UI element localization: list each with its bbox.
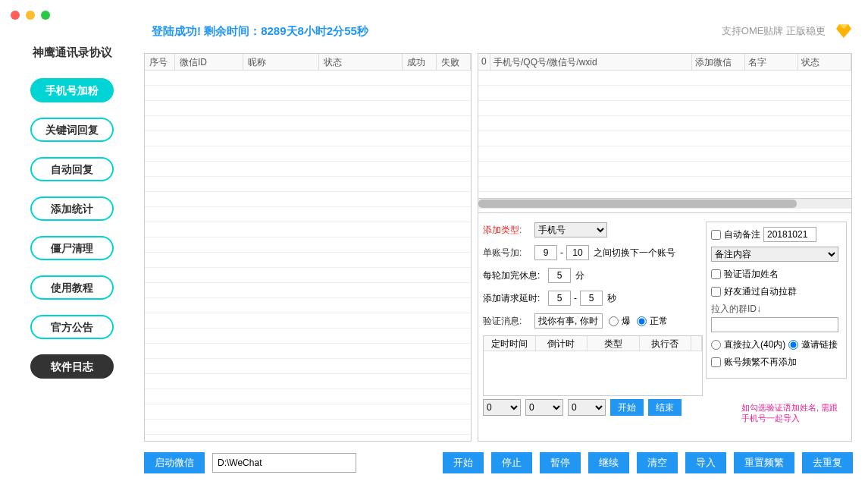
stop-button[interactable]: 停止 [491,452,532,473]
top-right: 支持OME贴牌 正版稳更 [722,22,853,40]
th-blank [691,336,702,351]
nav-auto-reply[interactable]: 自动回复 [30,157,114,181]
app-title: 神鹰通讯录协议 [15,46,129,60]
timer-sec[interactable]: 0 [568,399,606,416]
col-wxid[interactable]: 微信ID [175,54,243,70]
add-type-label: 添加类型: [483,224,534,237]
verify-name-check[interactable] [711,269,721,279]
col-nick[interactable]: 昵称 [243,54,319,70]
config-right: 自动备注 备注内容 验证语加姓名 好友通过自动拉群 拉入的群ID↓ 直接拉入(4… [706,222,847,379]
rcol-name[interactable]: 名字 [745,54,798,70]
config-left: 添加类型: 手机号 单账号加: - 之间切换下一个账号 每轮加完休息: 分 添加… [483,222,703,335]
freq-noadd-label: 账号频繁不再添加 [724,356,797,369]
right-table: 0 手机号/QQ号/微信号/wxid 添加微信 名字 状态 [478,54,851,213]
rcol-phone[interactable]: 手机号/QQ号/微信号/wxid [490,54,692,70]
login-status: 登陆成功! 剩余时间：8289天8小时2分55秒 [152,24,368,39]
group-id-input[interactable] [711,317,838,332]
col-status[interactable]: 状态 [319,54,403,70]
pause-button[interactable]: 暂停 [540,452,581,473]
radio-bao-label: 爆 [622,315,631,328]
right-panel: 0 手机号/QQ号/微信号/wxid 添加微信 名字 状态 添加类型: 手机号 … [478,53,852,442]
timer-header: 定时时间 倒计时 类型 执行否 [484,336,702,351]
timer-end-button[interactable]: 结束 [648,399,682,416]
rcol-status[interactable]: 状态 [798,54,851,70]
single-acc-to[interactable] [566,245,589,260]
freq-noadd-check[interactable] [711,357,721,367]
th-time[interactable]: 定时时间 [484,336,536,351]
rcol-addwx[interactable]: 添加微信 [692,54,745,70]
auto-remark-check[interactable] [711,230,721,240]
nav-software-log[interactable]: 软件日志 [30,354,114,379]
timer-min[interactable]: 0 [525,399,563,416]
add-type-select[interactable]: 手机号 [534,222,607,237]
auto-remark-value[interactable] [763,227,816,242]
start-wechat-button[interactable]: 启动微信 [144,452,205,473]
col-ok[interactable]: 成功 [403,54,437,70]
col-seq[interactable]: 序号 [145,54,175,70]
auto-group-check[interactable] [711,287,721,297]
start-button[interactable]: 开始 [443,452,484,473]
sidebar: 神鹰通讯录协议 手机号加粉 关键词回复 自动回复 添加统计 僵尸清理 使用教程 … [15,46,129,394]
wechat-path-input[interactable] [212,453,356,473]
import-button[interactable]: 导入 [685,452,726,473]
single-acc-label: 单账号加: [483,247,534,259]
timer-hour[interactable]: 0 [483,399,521,416]
main-table-header: 序号 微信ID 昵称 状态 成功 失败 [145,54,471,71]
th-countdown[interactable]: 倒计时 [536,336,588,351]
rest-label: 每轮加完休息: [483,269,548,282]
minimize-icon[interactable] [26,11,35,20]
th-type[interactable]: 类型 [588,336,640,351]
rest-input[interactable] [548,268,571,283]
main-table-body[interactable] [145,71,471,441]
right-table-header: 0 手机号/QQ号/微信号/wxid 添加微信 名字 状态 [478,54,851,71]
auto-remark-label: 自动备注 [724,228,760,241]
maximize-icon[interactable] [41,11,50,20]
delay-from[interactable] [548,291,571,306]
delay-to[interactable] [580,291,603,306]
hint-text: 如勾选验证语加姓名, 需跟手机号一起导入 [741,402,844,424]
verify-label: 验证消息: [483,315,534,328]
radio-bao[interactable] [609,316,619,326]
rest-unit: 分 [575,269,584,282]
radio-normal[interactable] [637,316,647,326]
single-acc-from[interactable] [534,245,557,260]
timer-start-button[interactable]: 开始 [610,399,644,416]
nav-zombie-clean[interactable]: 僵尸清理 [30,236,114,260]
timer-table: 定时时间 倒计时 类型 执行否 [483,335,703,396]
col-fail[interactable]: 失败 [437,54,471,70]
scrollbar-thumb[interactable] [478,200,797,208]
delay-label: 添加请求延时: [483,292,548,305]
auto-group-label: 好友通过自动拉群 [724,285,797,298]
th-exec[interactable]: 执行否 [640,336,692,351]
right-table-body[interactable] [478,71,851,198]
resume-button[interactable]: 继续 [588,452,629,473]
direct-pull-radio[interactable] [711,340,721,350]
verify-input[interactable] [534,313,603,329]
remark-content-select[interactable]: 备注内容 [711,247,838,262]
invite-link-label: 邀请链接 [801,338,838,351]
horizontal-scrollbar[interactable] [478,198,851,209]
radio-normal-label: 正常 [650,315,668,328]
single-acc-suffix: 之间切换下一个账号 [594,247,675,259]
close-icon[interactable] [11,11,20,20]
clear-button[interactable]: 清空 [637,452,678,473]
nav-add-stats[interactable]: 添加统计 [30,197,114,221]
bottom-bar: 启动微信 开始 停止 暂停 继续 清空 导入 重置频繁 去重复 [144,448,853,478]
nav-tutorial[interactable]: 使用教程 [30,275,114,300]
direct-pull-label: 直接拉入(40内) [724,338,785,351]
timer-controls: 0 0 0 开始 结束 [483,399,682,416]
group-id-label: 拉入的群ID↓ [711,303,841,316]
nav-announce[interactable]: 官方公告 [30,315,114,339]
config-panel: 添加类型: 手机号 单账号加: - 之间切换下一个账号 每轮加完休息: 分 添加… [478,217,851,441]
rcol-index[interactable]: 0 [478,54,490,70]
nav-phone-add-fans[interactable]: 手机号加粉 [30,78,114,102]
diamond-icon [835,22,853,40]
top-bar: 登陆成功! 剩余时间：8289天8小时2分55秒 支持OME贴牌 正版稳更 [152,20,853,42]
nav-keyword-reply[interactable]: 关键词回复 [30,118,114,142]
dedup-button[interactable]: 去重复 [802,452,853,473]
invite-link-radio[interactable] [788,340,798,350]
verify-name-label: 验证语加姓名 [724,268,779,281]
window-controls [11,11,50,20]
reset-freq-button[interactable]: 重置频繁 [734,452,794,473]
main-table: 序号 微信ID 昵称 状态 成功 失败 [144,53,472,442]
